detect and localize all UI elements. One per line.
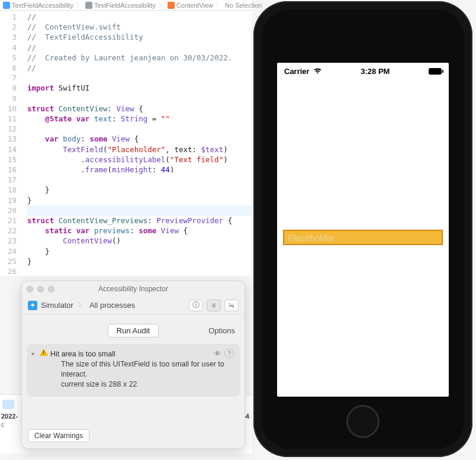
carrier-label: Carrier — [284, 67, 310, 76]
code-line[interactable]: var body: some View { — [27, 134, 252, 144]
issue-title: Hit area is too small — [50, 350, 233, 358]
chevron-right-icon: 〉 — [78, 301, 85, 310]
issue-desc-1: The size of this UITextField is too smal… — [61, 359, 233, 379]
code-line[interactable]: .frame(minHeight: 44) — [27, 165, 252, 175]
folder-icon — [85, 2, 92, 9]
textfield-highlight[interactable]: Placeholder — [283, 230, 443, 245]
breadcrumb-file[interactable]: ContentView — [166, 2, 215, 9]
audit-issue[interactable]: ▾ 👁 ? Hit area is too small The size of … — [27, 344, 240, 397]
clock: 3:28 PM — [361, 67, 390, 76]
wifi-icon — [313, 67, 322, 76]
code-line[interactable]: } — [27, 246, 252, 256]
code-line[interactable] — [27, 94, 252, 104]
settings-button[interactable]: ≒ — [224, 300, 239, 311]
run-audit-button[interactable]: Run Audit — [108, 324, 159, 337]
status-bar: Carrier 3:28 PM — [284, 65, 442, 77]
chevron-right-icon: 〉 — [76, 1, 82, 9]
code-line[interactable]: ContentView() — [27, 236, 252, 246]
help-icon[interactable]: ? — [224, 349, 234, 358]
eye-icon[interactable]: 👁 — [213, 349, 222, 358]
code-line[interactable] — [27, 205, 252, 215]
code-line[interactable] — [27, 266, 252, 276]
code-line[interactable]: struct ContentView_Previews: PreviewProv… — [27, 215, 252, 226]
code-line[interactable]: // Created by Laurent jeanjean on 30/03/… — [27, 53, 252, 63]
window-title: Accessibility Inspector — [22, 285, 245, 293]
audit-controls: Run Audit Options — [22, 320, 245, 340]
code-line[interactable] — [27, 175, 252, 185]
code-line[interactable]: static var previews: some View { — [27, 226, 252, 236]
issue-desc-2: current size is 288 x 22 — [61, 379, 233, 390]
breadcrumb-label: ContentView — [176, 2, 213, 9]
breadcrumb-label: TextFieldAccessibility — [12, 2, 73, 9]
audit-tab-button[interactable]: ≡ — [207, 300, 221, 311]
code-line[interactable] — [27, 124, 252, 134]
target-process[interactable]: All processes — [89, 301, 135, 310]
home-button[interactable] — [346, 405, 379, 438]
app-icon — [3, 2, 10, 9]
chevron-right-icon: 〉 — [159, 1, 165, 9]
breadcrumb: TextFieldAccessibility 〉 TextFieldAccess… — [0, 0, 252, 11]
code-line[interactable] — [27, 73, 252, 83]
line-gutter: 1234567891011121314151617181920212223242… — [0, 11, 21, 276]
clear-warnings-button[interactable]: Clear Warnings — [28, 429, 89, 442]
code-line[interactable]: } — [27, 195, 252, 205]
code-line[interactable]: // — [27, 43, 252, 53]
code-line[interactable]: // ContentView.swift — [27, 22, 252, 32]
warning-icon — [40, 349, 48, 356]
code-line[interactable]: .accessibilityLabel("Text field") — [27, 155, 252, 165]
chevron-right-icon: 〉 — [216, 1, 222, 9]
code-editor[interactable]: 1234567891011121314151617181920212223242… — [0, 11, 252, 276]
breadcrumb-folder[interactable]: TextFieldAccessibility — [83, 2, 157, 9]
status-col: c — [1, 421, 5, 428]
code-line[interactable]: @State var text: String = "" — [27, 114, 252, 124]
code-line[interactable]: // — [27, 63, 252, 73]
breadcrumb-selection[interactable]: No Selection — [223, 2, 263, 9]
disclosure-icon[interactable]: ▾ — [31, 350, 34, 357]
inspector-toolbar: ✦ Simulator 〉 All processes ⓘ ≡ ≒ — [22, 297, 245, 314]
code-line[interactable]: // — [27, 12, 252, 22]
simulator-screen[interactable]: Carrier 3:28 PM Placeholder — [277, 63, 449, 397]
code-line[interactable]: TextField("Placeholder", text: $text) — [27, 144, 252, 155]
breadcrumb-project[interactable]: TextFieldAccessibility — [1, 2, 75, 9]
options-button[interactable]: Options — [208, 326, 235, 335]
code-line[interactable]: struct ContentView: View { — [27, 104, 252, 114]
accessibility-inspector-window: Accessibility Inspector ✦ Simulator 〉 Al… — [21, 281, 245, 449]
iphone-simulator: Carrier 3:28 PM Placeholder — [253, 1, 472, 457]
code-line[interactable]: } — [27, 256, 252, 266]
target-app[interactable]: Simulator — [41, 301, 73, 310]
code-line[interactable]: // TextFieldAccessibility — [27, 32, 252, 42]
status-year: 2022- — [1, 413, 18, 420]
sliders-icon: ≒ — [229, 301, 234, 310]
breadcrumb-label: No Selection — [225, 2, 262, 9]
simulator-icon: ✦ — [28, 301, 37, 310]
breadcrumb-label: TextFieldAccessibility — [94, 2, 156, 9]
code-area[interactable]: //// ContentView.swift// TextFieldAccess… — [21, 11, 252, 276]
textfield-placeholder: Placeholder — [288, 233, 335, 243]
battery-icon — [429, 68, 442, 75]
code-line[interactable]: } — [27, 185, 252, 195]
swift-icon — [168, 2, 175, 9]
code-line[interactable]: import SwiftUI — [27, 83, 252, 93]
filter-pill[interactable] — [2, 400, 14, 409]
info-button[interactable]: ⓘ — [189, 300, 203, 311]
